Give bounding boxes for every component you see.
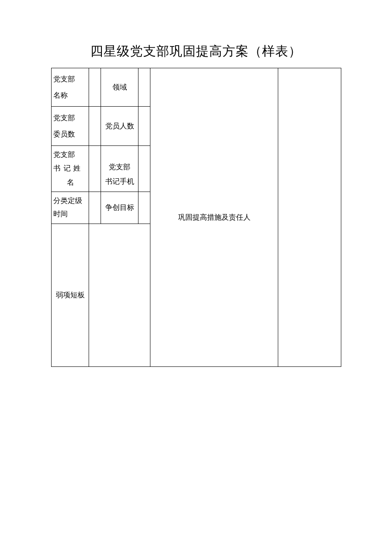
value-classification-date — [89, 192, 101, 224]
form-table: 党支部名称 领域 巩固提高措施及责任人 党支部委员数 党员人数 党支部书记姓名 … — [51, 68, 341, 367]
value-measures — [278, 68, 341, 367]
label-committee-count: 党支部委员数 — [52, 107, 89, 146]
value-secretary-name — [89, 146, 101, 192]
label-classification-date: 分类定级时间 — [52, 192, 89, 224]
label-measures: 巩固提高措施及责任人 — [150, 68, 278, 367]
value-committee-count — [89, 107, 101, 146]
value-goal — [138, 192, 150, 224]
label-secretary-name: 党支部书记姓名 — [52, 146, 89, 192]
value-domain — [138, 68, 150, 107]
document-page: 四星级党支部巩固提高方案（样表） 党支部名称 领域 巩固提高措施及责任人 党支部… — [0, 0, 392, 367]
value-secretary-phone — [138, 146, 150, 192]
label-domain: 领域 — [101, 68, 138, 107]
value-branch-name — [89, 68, 101, 107]
label-branch-name: 党支部名称 — [52, 68, 89, 107]
value-weakness — [89, 224, 150, 367]
label-secretary-phone: 党支部书记手机 — [101, 146, 138, 192]
table-row: 党支部名称 领域 巩固提高措施及责任人 — [52, 68, 341, 107]
label-weakness: 弱项短板 — [52, 224, 89, 367]
label-goal: 争创目标 — [101, 192, 138, 224]
label-member-count: 党员人数 — [101, 107, 138, 146]
value-member-count — [138, 107, 150, 146]
document-title: 四星级党支部巩固提高方案（样表） — [51, 43, 341, 60]
